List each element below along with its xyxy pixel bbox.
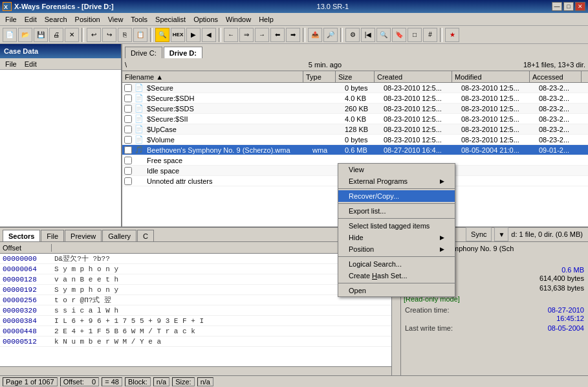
find-prev-button[interactable]: ◀ — [202, 28, 216, 42]
close-file-button[interactable]: ✕ — [65, 28, 79, 42]
nav-back[interactable]: ⬅ — [270, 28, 285, 42]
bookmark-btn[interactable]: 🔖 — [392, 28, 406, 42]
find-next-button[interactable]: ▶ — [186, 28, 201, 42]
row-checkbox[interactable] — [124, 84, 132, 92]
menu-search[interactable]: Search — [41, 14, 71, 25]
row-checkbox[interactable] — [124, 136, 132, 144]
close-button[interactable]: ✕ — [575, 2, 585, 11]
row-checkbox[interactable] — [124, 167, 132, 175]
menu-options[interactable]: Options — [190, 14, 222, 25]
case-data-menu: File Edit — [0, 58, 121, 70]
table-row[interactable]: 🎵 Beethoven's Symphony No. 9 (Scherzo).w… — [122, 145, 588, 155]
col-modified[interactable]: Modified — [452, 71, 530, 82]
hash-btn[interactable]: # — [423, 28, 437, 42]
nav-first[interactable]: |◀ — [361, 28, 375, 42]
redo-button[interactable]: ↪ — [102, 28, 116, 42]
col-created[interactable]: Created — [375, 71, 452, 82]
menu-view[interactable]: View — [104, 14, 127, 25]
ctx-view[interactable]: View — [338, 164, 455, 175]
table-row[interactable]: 📄 $Volume 0 bytes 08-23-2010 12:5... 08-… — [122, 135, 588, 145]
nav-right-double[interactable]: ⇒ — [239, 28, 254, 42]
file-icon: 🎵 — [134, 146, 144, 154]
menu-edit[interactable]: Edit — [21, 14, 41, 25]
menu-window[interactable]: Window — [222, 14, 255, 25]
table-row[interactable]: 📄 $Secure:$SII 4.0 KB 08-23-2010 12:5...… — [122, 114, 588, 124]
ctx-select-tagged[interactable]: Select listed tagged items — [338, 220, 455, 232]
undo-button[interactable]: ↩ — [87, 28, 101, 42]
col-accessed[interactable]: Accessed — [530, 71, 582, 82]
save-button[interactable]: 💾 — [34, 28, 48, 42]
tab-sectors[interactable]: Sectors — [3, 230, 40, 241]
sync-dropdown[interactable]: ▼ — [494, 227, 508, 241]
separator-2 — [150, 28, 153, 42]
offset-header: Offset — [0, 244, 52, 252]
sync-button[interactable]: Sync — [466, 227, 492, 241]
ctx-recover-copy[interactable]: Recover/Copy... — [338, 190, 455, 202]
version-label: 13.0 SR-1 — [317, 3, 349, 10]
print-button[interactable]: 🖨 — [49, 28, 63, 42]
ctx-logical-search[interactable]: Logical Search... — [338, 258, 455, 270]
ctx-external-programs[interactable]: External Programs ▶ — [338, 175, 455, 187]
row-checkbox[interactable] — [124, 177, 132, 185]
tab-c[interactable]: C — [137, 230, 154, 241]
row-checkbox[interactable] — [124, 126, 132, 133]
ctx-position[interactable]: Position ▶ — [338, 243, 455, 255]
tab-gallery[interactable]: Gallery — [102, 230, 136, 241]
offset-info: Offset: 0 — [60, 377, 100, 386]
find-button[interactable]: 🔍 — [155, 28, 169, 42]
menu-file[interactable]: File — [1, 14, 21, 25]
tab-drive-d[interactable]: Drive D: — [164, 47, 202, 58]
paste-button[interactable]: 📋 — [133, 28, 147, 42]
menu-position[interactable]: Position — [71, 14, 104, 25]
file-table-header: Filename ▲ Type Size Created Modified Ac… — [122, 71, 588, 83]
search-btn[interactable]: 🔎 — [323, 28, 338, 42]
cell-filename: $Volume — [144, 136, 310, 144]
table-row[interactable]: 📄 $UpCase 128 KB 08-23-2010 12:5... 08-2… — [122, 124, 588, 135]
separator-3 — [219, 28, 221, 42]
square-btn[interactable]: □ — [408, 28, 422, 42]
row-checkbox[interactable] — [124, 105, 132, 113]
menu-help[interactable]: Help — [255, 14, 278, 25]
col-type[interactable]: Type — [303, 71, 336, 82]
case-file-menu[interactable]: File — [1, 60, 21, 69]
menu-specialist[interactable]: Specialist — [151, 14, 190, 25]
row-checkbox[interactable] — [124, 157, 132, 164]
maximize-button[interactable]: □ — [563, 2, 574, 11]
star-btn[interactable]: ★ — [445, 28, 459, 42]
tools-btn[interactable]: ⚙ — [345, 28, 360, 42]
file-count: 18+1 files, 13+3 dir. — [523, 61, 585, 69]
table-row[interactable]: 📄 $Secure:$SDS 260 KB 08-23-2010 12:5...… — [122, 104, 588, 114]
ctx-export-list[interactable]: Export list... — [338, 205, 455, 217]
export-button[interactable]: 📤 — [308, 28, 322, 42]
cell-filename: $Secure:$SDS — [144, 105, 310, 113]
tab-file[interactable]: File — [41, 230, 64, 241]
copy-button[interactable]: ⎘ — [118, 28, 132, 42]
new-button[interactable]: 📄 — [3, 28, 17, 42]
ctx-hide[interactable]: Hide ▶ — [338, 232, 455, 243]
sector-row: 00000320s s i c a l W h — [0, 305, 400, 316]
drive-tab-bar: Drive C: Drive D: — [122, 44, 588, 58]
table-row[interactable]: 📄 $Secure:$SDH 4.0 KB 08-23-2010 12:5...… — [122, 93, 588, 104]
row-checkbox[interactable] — [124, 94, 132, 102]
find-hex-button[interactable]: HEX — [171, 28, 185, 42]
menu-tools[interactable]: Tools — [127, 14, 151, 25]
table-row[interactable]: 📄 $Secure 0 bytes 08-23-2010 12:5... 08-… — [122, 83, 588, 93]
col-size[interactable]: Size — [336, 71, 375, 82]
tab-preview[interactable]: Preview — [65, 230, 102, 241]
toolbar: 📄 📂 💾 🖨 ✕ ↩ ↪ ⎘ 📋 🔍 HEX ▶ ◀ ← ⇒ → ⬅ ➡ 📤 … — [0, 26, 588, 44]
nav-left[interactable]: ← — [224, 28, 238, 42]
ctx-open[interactable]: Open — [338, 285, 455, 296]
horizontal-scrollbar[interactable] — [0, 366, 391, 375]
nav-forward[interactable]: ➡ — [286, 28, 300, 42]
row-checkbox[interactable] — [124, 115, 132, 123]
search2-btn[interactable]: 🔍 — [376, 28, 391, 42]
open-button[interactable]: 📂 — [18, 28, 32, 42]
row-checkbox[interactable] — [124, 146, 132, 154]
case-edit-menu[interactable]: Edit — [21, 60, 41, 69]
nav-right[interactable]: → — [255, 28, 269, 42]
tab-drive-c[interactable]: Drive C: — [125, 47, 162, 58]
minimize-button[interactable]: — — [552, 2, 562, 11]
separator-1 — [82, 28, 84, 42]
col-filename[interactable]: Filename ▲ — [122, 71, 303, 82]
ctx-create-hash[interactable]: Create Hash Set... — [338, 270, 455, 282]
